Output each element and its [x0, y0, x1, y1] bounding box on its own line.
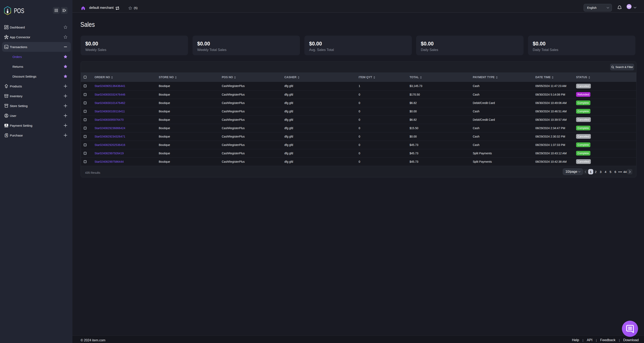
- svg-text:$: $: [6, 134, 7, 136]
